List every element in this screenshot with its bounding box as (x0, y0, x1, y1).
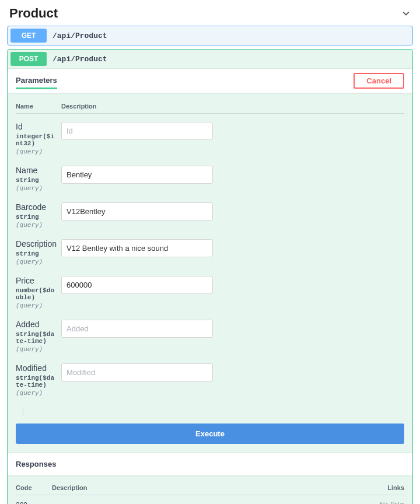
id-field[interactable] (61, 122, 213, 140)
param-input-wrap (61, 122, 213, 155)
param-in: (query) (16, 222, 58, 229)
responses-body: Code Description Links 200 Success No li… (8, 476, 412, 504)
endpoint-row[interactable]: POST /api/Product (8, 50, 412, 68)
price-field[interactable] (61, 276, 213, 294)
param-name: Description (16, 239, 58, 249)
execute-wrap: Execute (8, 424, 412, 452)
divider (23, 407, 404, 415)
barcode-field[interactable] (61, 202, 213, 220)
param-row-id: Id integer($int32) (query) (16, 122, 404, 155)
column-name: Name (16, 103, 61, 110)
param-input-wrap (61, 363, 213, 397)
tab-parameters[interactable]: Parameters (16, 72, 57, 89)
param-type: number($double) (16, 287, 58, 301)
param-type: string (16, 177, 58, 184)
response-description: Success (52, 501, 379, 504)
param-row-added: Added string($date-time) (query) (16, 320, 404, 353)
endpoint-path: /api/Product (52, 55, 107, 64)
endpoint-get[interactable]: GET /api/Product (7, 26, 413, 46)
param-in: (query) (16, 346, 58, 353)
param-name: Name (16, 166, 58, 175)
section-title: Product (9, 6, 58, 21)
param-meta: Id integer($int32) (query) (16, 122, 61, 155)
param-input-wrap (61, 239, 213, 265)
response-code: 200 (16, 501, 52, 504)
param-name: Barcode (16, 202, 58, 212)
section-header[interactable]: Product (0, 0, 420, 26)
description-field[interactable] (61, 239, 213, 257)
param-row-name: Name string (query) (16, 166, 404, 192)
response-row: 200 Success No links (16, 501, 404, 504)
param-in: (query) (16, 258, 58, 265)
responses-label: Responses (8, 452, 412, 476)
method-badge-post: POST (10, 52, 47, 66)
param-row-modified: Modified string($date-time) (query) (16, 363, 404, 397)
param-meta: Description string (query) (16, 239, 61, 265)
param-type: string (16, 250, 58, 257)
execute-button[interactable]: Execute (16, 424, 404, 444)
method-badge-get: GET (10, 29, 47, 43)
endpoint-path: /api/Product (52, 32, 107, 40)
param-name: Added (16, 320, 58, 329)
param-in: (query) (16, 302, 58, 309)
param-meta: Added string($date-time) (query) (16, 320, 61, 353)
param-row-barcode: Barcode string (query) (16, 202, 404, 229)
param-in: (query) (16, 185, 58, 192)
param-meta: Modified string($date-time) (query) (16, 363, 61, 397)
param-input-wrap (61, 276, 213, 309)
param-in: (query) (16, 390, 58, 397)
responses-col-code: Code (16, 484, 52, 491)
endpoint-post: POST /api/Product Parameters Cancel Name… (7, 49, 413, 504)
param-row-price: Price number($double) (query) (16, 276, 404, 309)
responses-col-links: Links (387, 484, 404, 491)
param-in: (query) (16, 148, 58, 155)
param-type: string($date-time) (16, 374, 58, 388)
cancel-button[interactable]: Cancel (354, 73, 404, 89)
columns-header: Name Description (16, 103, 404, 114)
column-description: Description (61, 103, 97, 110)
param-meta: Price number($double) (query) (16, 276, 61, 309)
response-links: No links (379, 501, 404, 504)
endpoint-row[interactable]: GET /api/Product (8, 26, 412, 45)
param-type: integer($int32) (16, 133, 58, 147)
responses-col-description: Description (52, 484, 387, 491)
param-input-wrap (61, 202, 213, 229)
param-type: string($date-time) (16, 331, 58, 345)
param-type: string (16, 214, 58, 220)
chevron-down-icon[interactable] (401, 9, 411, 18)
modified-field[interactable] (61, 363, 213, 382)
added-field[interactable] (61, 320, 213, 338)
param-meta: Name string (query) (16, 166, 61, 192)
responses-columns: Code Description Links (16, 484, 404, 495)
param-row-description: Description string (query) (16, 239, 404, 265)
param-name: Modified (16, 363, 58, 373)
param-input-wrap (61, 320, 213, 353)
name-field[interactable] (61, 166, 213, 184)
param-meta: Barcode string (query) (16, 202, 61, 229)
parameters-body: Name Description Id integer($int32) (que… (8, 93, 412, 424)
param-name: Price (16, 276, 58, 285)
param-name: Id (16, 122, 58, 131)
parameters-bar: Parameters Cancel (8, 68, 412, 93)
param-input-wrap (61, 166, 213, 192)
